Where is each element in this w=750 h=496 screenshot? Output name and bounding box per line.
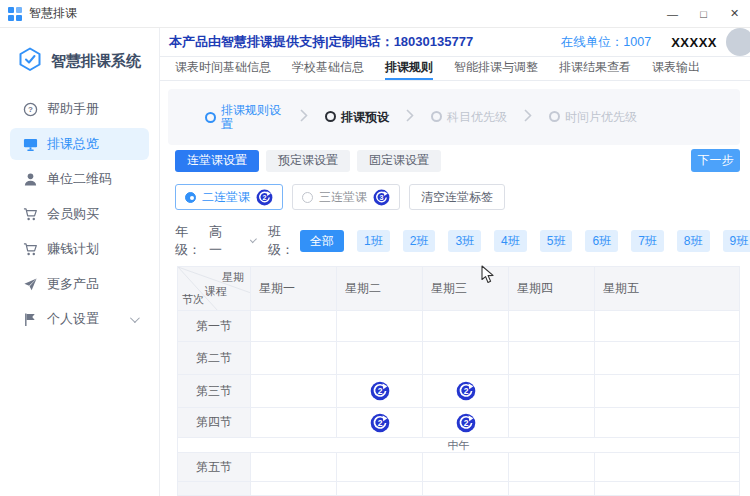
class-button-2[interactable]: 2班: [403, 230, 436, 252]
fixed-class-settings-button[interactable]: 固定课设置: [357, 150, 441, 172]
schedule-cell[interactable]: [595, 311, 740, 342]
period-label: 第四节: [178, 408, 251, 438]
maximize-button[interactable]: □: [688, 0, 719, 28]
class-button-1[interactable]: 1班: [357, 230, 390, 252]
step-schedule-presets[interactable]: 排课预设: [325, 110, 389, 124]
triple-period-icon: 3: [373, 189, 390, 206]
class-button-all[interactable]: 全部: [300, 230, 344, 252]
schedule-cell[interactable]: [251, 453, 337, 482]
avatar[interactable]: [726, 28, 750, 56]
schedule-cell-marked[interactable]: 2: [337, 408, 423, 438]
class-button-6[interactable]: 6班: [585, 230, 618, 252]
cart-icon: [22, 206, 38, 222]
user-icon: [22, 171, 38, 187]
schedule-cell[interactable]: [337, 342, 423, 375]
clear-consecutive-tags-button[interactable]: 清空连堂标签: [409, 184, 505, 210]
app-logo-icon: [8, 7, 22, 21]
double-period-mark-icon: 2: [370, 381, 390, 401]
sidebar-item-more-products[interactable]: 更多产品: [10, 268, 149, 300]
class-button-3[interactable]: 3班: [448, 230, 481, 252]
schedule-cell-marked[interactable]: 2: [423, 375, 509, 408]
sidebar-item-earning-plan[interactable]: 赚钱计划: [10, 233, 149, 265]
triple-period-option[interactable]: 三连堂课 3: [292, 184, 400, 210]
svg-text:2: 2: [262, 193, 266, 202]
schedule-cell[interactable]: [595, 375, 740, 408]
schedule-cell[interactable]: [595, 482, 740, 496]
schedule-cell[interactable]: [251, 482, 337, 496]
day-header-monday: 星期一: [251, 267, 337, 311]
tab-smart-scheduling[interactable]: 智能排课与调整: [454, 57, 538, 80]
filters-row: 年级： 高一 班级： 全部 1班 2班 3班 4班 5班 6班 7班 8班 9班: [175, 223, 740, 259]
sidebar-item-membership-purchase[interactable]: 会员购买: [10, 198, 149, 230]
account-name[interactable]: XXXXX: [671, 35, 717, 50]
schedule-cell[interactable]: [509, 311, 595, 342]
sidebar-item-label: 会员购买: [47, 205, 99, 223]
double-period-mark-icon: 2: [456, 413, 476, 433]
sidebar-item-personal-settings[interactable]: 个人设置: [10, 303, 149, 335]
schedule-cell-marked[interactable]: 2: [337, 375, 423, 408]
schedule-cell[interactable]: [251, 408, 337, 438]
window-title: 智慧排课: [29, 5, 77, 22]
schedule-cell[interactable]: [337, 453, 423, 482]
period-label-clipped: [178, 482, 251, 496]
schedule-cell[interactable]: [423, 482, 509, 496]
hexagon-logo-icon: [17, 46, 43, 76]
schedule-cell[interactable]: [423, 453, 509, 482]
class-buttons: 全部 1班 2班 3班 4班 5班 6班 7班 8班 9班 10班: [300, 230, 750, 252]
tab-timetable-time-info[interactable]: 课表时间基础信息: [175, 57, 271, 80]
wizard-steps: 排课规则设置 排课预设 科目优先级 时间片优先级: [168, 89, 740, 145]
schedule-cell[interactable]: [509, 453, 595, 482]
schedule-cell[interactable]: [509, 375, 595, 408]
close-button[interactable]: ✕: [719, 0, 750, 28]
double-period-option[interactable]: 二连堂课 2: [175, 184, 283, 210]
tab-school-basic-info[interactable]: 学校基础信息: [292, 57, 364, 80]
chevron-right-icon: [406, 108, 414, 126]
step-circle-icon: [549, 111, 560, 122]
schedule-cell[interactable]: [595, 453, 740, 482]
reserved-class-settings-button[interactable]: 预定课设置: [266, 150, 350, 172]
class-button-5[interactable]: 5班: [540, 230, 573, 252]
sidebar-item-help-manual[interactable]: ? 帮助手册: [10, 93, 149, 125]
schedule-cell[interactable]: [251, 311, 337, 342]
tab-schedule-results[interactable]: 排课结果查看: [559, 57, 631, 80]
schedule-cell[interactable]: [337, 311, 423, 342]
tab-timetable-output[interactable]: 课表输出: [652, 57, 700, 80]
chevron-right-icon: [300, 108, 308, 126]
tab-scheduling-rules[interactable]: 排课规则: [385, 57, 433, 80]
double-period-mark-icon: 2: [456, 381, 476, 401]
schedule-cell[interactable]: [595, 342, 740, 375]
next-step-button[interactable]: 下一步: [691, 149, 740, 172]
grade-select[interactable]: 高一: [209, 223, 254, 259]
schedule-cell[interactable]: [423, 311, 509, 342]
schedule-cell[interactable]: [509, 408, 595, 438]
radio-selected-icon: [185, 192, 196, 203]
online-count: 1007: [623, 35, 651, 49]
period-label: 第三节: [178, 375, 251, 408]
sidebar-item-schedule-overview[interactable]: 排课总览: [10, 128, 149, 160]
schedule-cell[interactable]: [337, 482, 423, 496]
step-subject-priority[interactable]: 科目优先级: [431, 110, 507, 124]
monitor-icon: [22, 136, 38, 152]
class-button-8[interactable]: 8班: [677, 230, 710, 252]
minimize-button[interactable]: —: [657, 0, 688, 28]
step-rule-settings[interactable]: 排课规则设置: [205, 103, 283, 132]
class-button-4[interactable]: 4班: [494, 230, 527, 252]
schedule-cell[interactable]: [509, 482, 595, 496]
class-button-7[interactable]: 7班: [631, 230, 664, 252]
schedule-cell[interactable]: [595, 408, 740, 438]
schedule-cell[interactable]: [251, 375, 337, 408]
schedule-cell[interactable]: [423, 342, 509, 375]
settings-toolbar: 连堂课设置 预定课设置 固定课设置 下一步: [175, 149, 740, 172]
sidebar-item-unit-qrcode[interactable]: 单位二维码: [10, 163, 149, 195]
step-timeslot-priority[interactable]: 时间片优先级: [549, 110, 637, 124]
class-button-9[interactable]: 9班: [723, 230, 750, 252]
schedule-cell[interactable]: [251, 342, 337, 375]
class-label: 班级：: [268, 223, 294, 259]
consecutive-class-settings-button[interactable]: 连堂课设置: [175, 150, 259, 172]
sidebar-item-label: 更多产品: [47, 275, 99, 293]
svg-text:3: 3: [379, 193, 383, 202]
sidebar-item-label: 单位二维码: [47, 170, 112, 188]
schedule-cell[interactable]: [509, 342, 595, 375]
window-titlebar: 智慧排课 — □ ✕: [0, 0, 750, 28]
schedule-cell-marked[interactable]: 2: [423, 408, 509, 438]
